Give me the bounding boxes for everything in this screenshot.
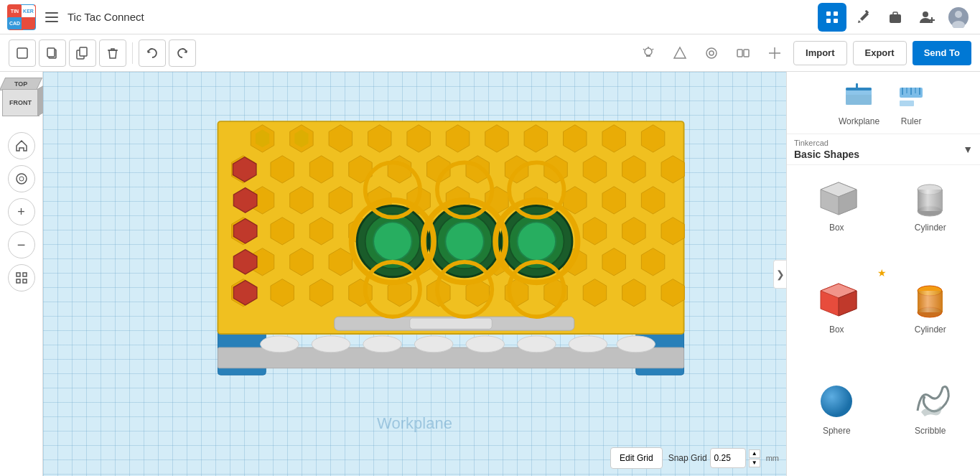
model-container (129, 108, 772, 409)
toolbar-right: Import Export Send To (635, 40, 971, 66)
logo-cell-tin: TIN (8, 5, 22, 17)
logo-cell-cad: CAD (8, 17, 22, 29)
svg-point-37 (260, 336, 298, 353)
group-icon (767, 45, 783, 61)
shape-item-cylinder-orange[interactable]: Cylinder (887, 273, 975, 369)
svg-rect-145 (846, 95, 872, 105)
svg-point-28 (17, 174, 27, 184)
light-bulb-button[interactable] (635, 40, 661, 66)
svg-point-132 (517, 222, 555, 260)
shape-item-cylinder-gray[interactable]: Cylinder (887, 171, 975, 267)
header: TIN KER CAD Tic Tac Connect (0, 0, 980, 34)
fit-all-button[interactable] (8, 264, 35, 291)
svg-rect-16 (80, 47, 87, 56)
svg-point-44 (617, 336, 655, 353)
header-right (818, 3, 973, 32)
learn-button[interactable] (849, 3, 878, 32)
svg-rect-3 (834, 19, 838, 23)
shape-item-sphere-blue[interactable]: Sphere (793, 374, 881, 470)
shape-button[interactable] (667, 40, 693, 66)
shape-item-scribble[interactable]: Scribble (887, 374, 975, 470)
home-view-button[interactable] (8, 132, 35, 159)
svg-point-10 (955, 11, 962, 18)
svg-rect-31 (23, 273, 27, 276)
suitcase-icon (888, 10, 902, 24)
right-panel: Workplane Ruler (786, 72, 980, 476)
svg-rect-14 (47, 48, 55, 57)
svg-point-17 (645, 48, 652, 55)
shapes-grid: Box (787, 165, 980, 476)
redo-button[interactable] (169, 39, 196, 67)
workplane-tool-label: Workplane (839, 116, 879, 126)
box-red-icon (811, 279, 862, 322)
tinkercad-logo[interactable]: TIN KER CAD (7, 4, 36, 30)
delete-button[interactable] (99, 39, 126, 67)
panel-collapse-button[interactable]: ❯ (773, 260, 786, 289)
add-user-button[interactable] (913, 3, 941, 32)
select-objects-button[interactable] (8, 165, 35, 192)
mirror-icon (735, 45, 751, 61)
logo-cell-blank (22, 17, 35, 29)
svg-point-167 (821, 386, 852, 417)
canvas-area[interactable]: Workplane Edit Grid Snap Grid ▲ ▼ mm ❯ (43, 72, 786, 476)
ruler-tool[interactable]: Ruler (894, 79, 928, 126)
redo-icon (176, 47, 189, 60)
cylinder-gray-label: Cylinder (915, 223, 946, 233)
plus-icon: + (17, 205, 25, 218)
cylinder-gray-icon (905, 177, 956, 220)
right-panel-tools: Workplane Ruler (787, 72, 980, 134)
mirror-button[interactable] (730, 40, 756, 66)
box-gray-label: Box (829, 223, 844, 233)
zoom-out-button[interactable]: − (8, 231, 35, 258)
avatar-button[interactable] (944, 3, 973, 32)
shapes-header: Tinkercad Basic Shapes ▼ (787, 134, 980, 165)
cylinder-orange-icon (905, 279, 956, 322)
cube-front-label: FRONT (9, 99, 32, 106)
align-button[interactable] (699, 40, 724, 66)
zoom-in-button[interactable]: + (8, 198, 35, 225)
scribble-icon (905, 380, 956, 423)
workplane-tool[interactable]: Workplane (839, 79, 879, 126)
grid-view-button[interactable] (818, 3, 846, 32)
shapes-dropdown-icon[interactable]: ▼ (963, 144, 973, 155)
svg-point-126 (373, 222, 411, 260)
snap-grid-area: Snap Grid ▲ ▼ (668, 448, 760, 468)
align-icon (704, 45, 719, 61)
export-button[interactable]: Export (853, 41, 907, 65)
gallery-button[interactable] (881, 3, 910, 32)
grid-icon (825, 10, 839, 24)
svg-rect-0 (826, 11, 831, 16)
snap-down-button[interactable]: ▼ (749, 459, 760, 467)
sendto-button[interactable]: Send To (913, 41, 971, 65)
fit-icon (15, 271, 28, 284)
sphere-blue-label: Sphere (823, 426, 851, 436)
minus-icon: − (17, 238, 26, 252)
svg-point-42 (517, 336, 555, 353)
svg-rect-33 (23, 279, 27, 283)
import-button[interactable]: Import (793, 41, 846, 65)
copy-design-button[interactable] (39, 39, 66, 67)
new-icon (16, 47, 29, 60)
project-title[interactable]: Tic Tac Connect (67, 11, 818, 23)
new-button[interactable] (9, 39, 36, 67)
svg-line-19 (643, 49, 645, 50)
menu-icon[interactable] (42, 7, 62, 27)
group-button[interactable] (762, 40, 788, 66)
svg-rect-2 (826, 19, 831, 23)
duplicate-button[interactable] (69, 39, 96, 67)
svg-point-23 (709, 51, 714, 55)
svg-point-43 (569, 336, 607, 353)
shapes-category: Tinkercad (794, 139, 958, 147)
3d-model-svg (200, 108, 702, 409)
svg-marker-21 (674, 47, 686, 58)
add-user-icon (919, 10, 935, 24)
shape-item-box-red[interactable]: Box (793, 273, 881, 369)
snap-up-button[interactable]: ▲ (749, 449, 760, 458)
ruler-tool-label: Ruler (901, 116, 922, 126)
svg-rect-166 (918, 291, 943, 312)
snap-value-input[interactable] (710, 448, 746, 468)
undo-button[interactable] (139, 39, 166, 67)
shape-item-box-gray[interactable]: Box (793, 171, 881, 267)
avatar-icon (948, 6, 969, 28)
edit-grid-button[interactable]: Edit Grid (610, 447, 663, 469)
